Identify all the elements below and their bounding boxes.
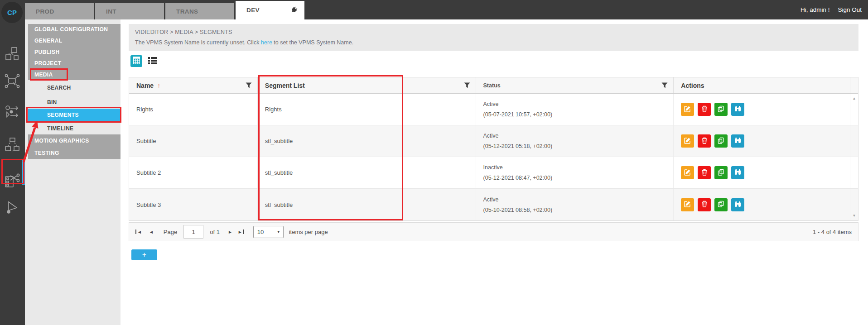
nav-item-publish[interactable]: PUBLISH [28, 49, 121, 55]
edit-icon [684, 201, 691, 209]
cell-name: Rights [129, 94, 258, 125]
table-scrollbar[interactable] [850, 157, 858, 188]
nav-item-testing[interactable]: TESTING [28, 150, 121, 156]
page-of-label: of 1 [210, 229, 220, 235]
scrollbar-up-icon[interactable]: ▲ [850, 96, 858, 100]
table-scrollbar[interactable]: ▼ [850, 189, 858, 220]
pagination-bar: ◄ ◄ Page of 1 ► ► 10 ▼ items per page 1 … [129, 222, 858, 241]
edit-button[interactable] [681, 103, 694, 116]
add-segment-button[interactable]: + [131, 249, 157, 260]
column-segment-list-label: Segment List [265, 82, 305, 89]
user-area: Hi, admin ! Sign Out [800, 0, 862, 19]
delete-button[interactable] [698, 103, 711, 116]
nav-item-media[interactable]: MEDIA [28, 72, 121, 78]
workflow-shuffle-icon[interactable] [4, 103, 21, 120]
column-header-actions: Actions [674, 77, 850, 93]
grid-view-button[interactable] [130, 55, 142, 67]
table-header: Name ↑ Segment List Status Actions [129, 77, 858, 94]
copy-button[interactable] [714, 134, 728, 148]
items-per-page-value: 10 [257, 229, 277, 235]
notice-here-link[interactable]: here [261, 39, 272, 46]
nav-item-project[interactable]: PROJECT [28, 60, 121, 67]
tab-trans[interactable]: TRANS [165, 3, 234, 19]
copy-icon [718, 137, 724, 145]
plug-icon [290, 6, 298, 15]
top-bar: PROD INT TRANS DEV Hi, admin ! Sign Out [0, 0, 868, 19]
first-page-button[interactable]: ◄ [135, 229, 142, 234]
copy-button[interactable] [714, 198, 728, 211]
column-header-status[interactable]: Status [476, 77, 674, 93]
player-flag-icon[interactable] [4, 199, 21, 216]
tab-dev[interactable]: DEV [236, 1, 304, 19]
tab-prod-label: PROD [36, 8, 54, 15]
copy-button[interactable] [714, 103, 728, 116]
column-header-name[interactable]: Name ↑ [129, 77, 258, 93]
view-button[interactable] [731, 198, 744, 211]
table-row[interactable]: Subtitle 2 stl_subtitle Inactive (05-12-… [129, 157, 858, 189]
table-row[interactable]: Subtitle stl_subtitle Active (05-12-2021… [129, 125, 858, 157]
nav-item-general[interactable]: GENERAL [28, 38, 121, 44]
binoculars-icon [734, 169, 741, 177]
cell-actions [674, 189, 850, 220]
view-button[interactable] [731, 134, 744, 148]
copy-button[interactable] [714, 166, 728, 179]
nav-item-bin[interactable]: BIN [28, 96, 121, 109]
column-actions-label: Actions [681, 82, 704, 89]
filter-funnel-icon[interactable] [246, 82, 252, 88]
cp-logo-text: CP [7, 9, 17, 16]
scrollbar-down-icon[interactable]: ▼ [850, 214, 858, 218]
status-date: (05-07-2021 10:57, +02:00) [483, 111, 553, 118]
edit-button[interactable] [681, 134, 694, 148]
video-editor-scissors-icon[interactable] [4, 172, 21, 189]
status-value: Active [483, 133, 499, 139]
filter-funnel-icon[interactable] [464, 82, 470, 88]
page-number-input[interactable] [183, 225, 203, 239]
nav-item-timeline[interactable]: TIMELINE [28, 122, 121, 135]
nav-item-global-configuration[interactable]: GLOBAL CONFIGURATION [28, 26, 121, 33]
table-scrollbar[interactable]: ▲ [850, 94, 858, 125]
modules-cubes-icon[interactable] [4, 45, 21, 62]
column-header-segment-list[interactable]: Segment List [258, 77, 476, 93]
nav-item-search[interactable]: SEARCH [28, 81, 121, 95]
cell-name: Subtitle [129, 125, 258, 157]
status-value: Active [483, 196, 499, 203]
network-integration-icon[interactable] [4, 72, 21, 90]
status-date: (05-10-2021 08:58, +02:00) [483, 207, 553, 213]
config-nav: GLOBAL CONFIGURATION GENERAL PUBLISH PRO… [25, 19, 121, 325]
first-page-icon: ◄ [137, 229, 142, 234]
tab-int[interactable]: INT [95, 3, 164, 19]
cell-actions [674, 94, 850, 125]
plus-icon: + [142, 250, 146, 260]
binoculars-icon [734, 105, 741, 113]
tab-dev-label: DEV [246, 7, 290, 14]
view-button[interactable] [731, 166, 744, 179]
list-view-button[interactable] [148, 57, 158, 66]
tab-int-label: INT [106, 8, 116, 15]
last-page-button[interactable]: ► [238, 229, 244, 234]
table-scrollbar[interactable] [850, 125, 858, 157]
distribution-icon[interactable] [4, 136, 21, 153]
cp-logo[interactable]: CP [1, 2, 23, 23]
nav-item-motion-graphics[interactable]: MOTION GRAPHICS [28, 138, 121, 144]
edit-button[interactable] [681, 166, 694, 179]
cell-segment-list: stl_subtitle [258, 157, 476, 188]
previous-page-button[interactable]: ◄ [149, 229, 154, 234]
items-per-page-select[interactable]: 10 ▼ [253, 226, 284, 238]
filter-funnel-icon[interactable] [661, 82, 668, 88]
sign-out-link[interactable]: Sign Out [838, 6, 862, 13]
view-button[interactable] [731, 103, 744, 116]
nav-item-segments[interactable]: SEGMENTS [28, 109, 121, 121]
delete-button[interactable] [698, 134, 711, 148]
chevron-down-icon: ▼ [277, 230, 280, 234]
delete-button[interactable] [698, 198, 711, 211]
tab-prod[interactable]: PROD [25, 3, 94, 19]
table-row[interactable]: Subtitle 3 stl_subtitle Active (05-10-20… [129, 189, 858, 220]
cell-status: Active (05-10-2021 08:58, +02:00) [476, 189, 674, 220]
delete-button[interactable] [698, 166, 711, 179]
table-row[interactable]: Rights Rights Active (05-07-2021 10:57, … [129, 94, 858, 125]
table-scrollbar-header-gap [850, 77, 858, 93]
environment-tabs: PROD INT TRANS DEV [25, 1, 304, 19]
edit-button[interactable] [681, 198, 694, 211]
next-page-button[interactable]: ► [228, 229, 232, 234]
delete-icon [701, 105, 708, 114]
